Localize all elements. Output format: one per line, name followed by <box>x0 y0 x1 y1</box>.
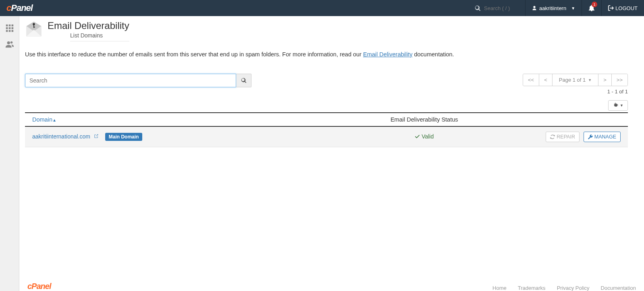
main-domain-badge: Main Domain <box>105 133 143 141</box>
logout-label: LOGOUT <box>615 5 638 11</box>
navbar-search-input[interactable] <box>484 5 520 11</box>
domain-search-button[interactable] <box>236 74 251 87</box>
svg-rect-3 <box>6 27 8 29</box>
caret-down-icon: ▼ <box>620 103 623 107</box>
page-title: Email Deliverability <box>48 20 129 31</box>
svg-rect-1 <box>8 25 10 27</box>
svg-rect-0 <box>6 25 8 27</box>
refresh-icon <box>550 134 555 139</box>
main-content: Email Deliverability List Domains Use th… <box>19 16 644 147</box>
toolbar: << < Page 1 of 1▼ > >> 1 - 1 of 1 <box>25 74 628 95</box>
domain-link[interactable]: aakritiinternational.com <box>32 133 90 140</box>
username-label: aakritiintern <box>539 5 566 11</box>
users-icon <box>5 40 14 49</box>
notifications-button[interactable]: 1 <box>582 0 602 16</box>
pager-first[interactable]: << <box>523 74 539 86</box>
domains-table: Domain▴ Email Deliverability Status aakr… <box>25 112 628 147</box>
notification-badge: 1 <box>592 2 597 7</box>
caret-down-icon: ▼ <box>588 78 592 82</box>
page-description: Use this interface to reduce the number … <box>25 51 628 58</box>
table-row: aakritiinternational.com Main Domain Val… <box>25 126 628 147</box>
grid-icon <box>5 24 14 33</box>
repair-button: REPAIR <box>546 132 580 142</box>
sidebar-users-button[interactable] <box>0 36 19 52</box>
svg-point-10 <box>10 41 12 44</box>
domain-search <box>25 74 251 87</box>
wrench-icon <box>588 134 593 139</box>
sidebar-apps-button[interactable] <box>0 20 19 36</box>
sort-asc-icon: ▴ <box>53 117 56 123</box>
svg-rect-5 <box>11 27 13 29</box>
logout-icon <box>608 5 614 11</box>
user-menu[interactable]: aakritiintern ▼ <box>526 0 582 16</box>
search-icon <box>475 5 481 11</box>
svg-rect-4 <box>8 27 10 29</box>
svg-rect-6 <box>6 30 8 32</box>
page-subtitle: List Domains <box>70 32 129 39</box>
description-text-post: documentation. <box>412 51 454 58</box>
manage-button[interactable]: MANAGE <box>584 132 621 142</box>
result-count: 1 - 1 of 1 <box>523 89 628 95</box>
domain-search-input[interactable] <box>25 74 236 87</box>
user-icon <box>532 6 537 10</box>
svg-rect-16 <box>33 27 35 28</box>
doc-link[interactable]: Email Deliverability <box>363 51 412 58</box>
column-header-status[interactable]: Email Deliverability Status <box>325 113 523 126</box>
pager-prev[interactable]: < <box>539 74 553 86</box>
svg-rect-7 <box>8 30 10 32</box>
caret-down-icon: ▼ <box>571 6 575 10</box>
description-text: Use this interface to reduce the number … <box>25 51 363 58</box>
external-link-icon[interactable] <box>93 133 99 140</box>
brand-logo[interactable]: cPanel <box>0 3 39 13</box>
check-icon <box>415 134 420 139</box>
pager-last[interactable]: >> <box>612 74 627 86</box>
logout-button[interactable]: LOGOUT <box>602 0 644 16</box>
svg-rect-8 <box>11 30 13 32</box>
column-header-domain[interactable]: Domain▴ <box>25 113 325 126</box>
navbar-search[interactable] <box>470 0 526 16</box>
status-label: Valid <box>422 133 434 140</box>
svg-point-9 <box>7 41 10 44</box>
pager-info[interactable]: Page 1 of 1▼ <box>553 74 598 86</box>
top-navbar: cPanel aakritiintern ▼ 1 LOGOUT <box>0 0 644 16</box>
status-valid: Valid <box>415 133 434 140</box>
page-icon <box>25 20 43 39</box>
pager-next[interactable]: > <box>598 74 612 86</box>
page-header: Email Deliverability List Domains <box>25 20 628 44</box>
gear-icon <box>613 103 618 108</box>
table-settings-button[interactable]: ▼ <box>608 100 628 111</box>
left-sidebar <box>0 16 19 147</box>
envelope-key-icon <box>25 20 43 38</box>
pager: << < Page 1 of 1▼ > >> <box>523 74 628 86</box>
search-icon <box>241 78 247 83</box>
svg-rect-2 <box>11 25 13 27</box>
